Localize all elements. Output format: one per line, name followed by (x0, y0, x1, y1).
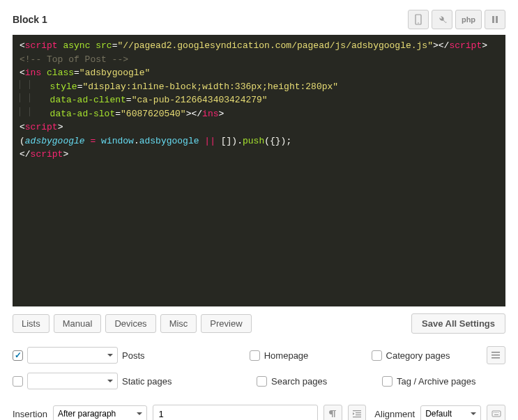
preview-button[interactable]: Preview (201, 314, 251, 333)
svg-rect-16 (494, 414, 498, 415)
insertion-label: Insertion (13, 409, 47, 419)
device-preview-button[interactable] (408, 10, 429, 29)
category-pages-label: Category pages (386, 350, 450, 361)
svg-rect-14 (496, 412, 497, 413)
svg-rect-8 (356, 412, 361, 413)
svg-rect-9 (356, 414, 361, 415)
misc-button[interactable]: Misc (160, 314, 197, 333)
paragraph-icon-button[interactable] (323, 405, 342, 420)
svg-rect-3 (496, 16, 498, 23)
tag-archive-label: Tag / Archive pages (397, 376, 475, 387)
static-pages-checkbox[interactable] (13, 376, 23, 387)
list-options-button[interactable] (487, 346, 505, 364)
svg-rect-4 (492, 352, 500, 353)
svg-rect-2 (492, 16, 494, 23)
static-pages-label: Static pages (122, 376, 172, 387)
tools-button[interactable] (432, 10, 452, 29)
alignment-label: Alignment (374, 409, 415, 419)
static-pages-select[interactable] (27, 373, 118, 389)
homepage-label: Homepage (264, 350, 309, 361)
php-button[interactable]: php (455, 10, 482, 29)
manual-button[interactable]: Manual (54, 314, 102, 333)
posts-checkbox[interactable] (13, 350, 23, 361)
insertion-value-input[interactable] (153, 405, 318, 420)
save-all-settings-button[interactable]: Save All Settings (411, 313, 505, 334)
options-row-1: Posts Homepage Category pages (7, 342, 511, 368)
block-title: Block 1 (13, 14, 47, 25)
category-pages-checkbox[interactable] (372, 350, 382, 361)
tab-buttons: Lists Manual Devices Misc Preview (13, 314, 252, 333)
tag-archive-checkbox[interactable] (382, 376, 393, 387)
posts-label: Posts (122, 350, 145, 361)
insertion-row: Insertion After paragraph Alignment Defa… (7, 399, 511, 420)
svg-rect-6 (492, 357, 500, 359)
search-pages-checkbox[interactable] (257, 376, 267, 387)
code-editor[interactable]: <script async src="//pagead2.googlesyndi… (13, 35, 505, 306)
alignment-select[interactable]: Default (420, 405, 481, 420)
header-toolbar: php (408, 10, 505, 29)
svg-rect-5 (492, 355, 500, 356)
keyboard-icon-button[interactable] (487, 405, 505, 420)
lists-button[interactable]: Lists (13, 314, 49, 333)
pause-button[interactable] (485, 10, 505, 29)
svg-rect-7 (353, 410, 361, 411)
svg-rect-10 (353, 417, 361, 417)
insertion-select[interactable]: After paragraph (53, 405, 147, 420)
svg-rect-15 (498, 412, 498, 413)
indent-icon-button[interactable] (348, 405, 367, 420)
options-row-2: Static pages Search pages Tag / Archive … (7, 368, 511, 394)
homepage-checkbox[interactable] (250, 350, 260, 361)
svg-rect-11 (492, 411, 501, 417)
posts-select[interactable] (27, 347, 118, 364)
search-pages-label: Search pages (271, 376, 327, 387)
svg-rect-13 (495, 412, 496, 413)
svg-point-1 (418, 22, 419, 24)
svg-rect-12 (494, 412, 494, 413)
devices-button[interactable]: Devices (105, 314, 155, 333)
